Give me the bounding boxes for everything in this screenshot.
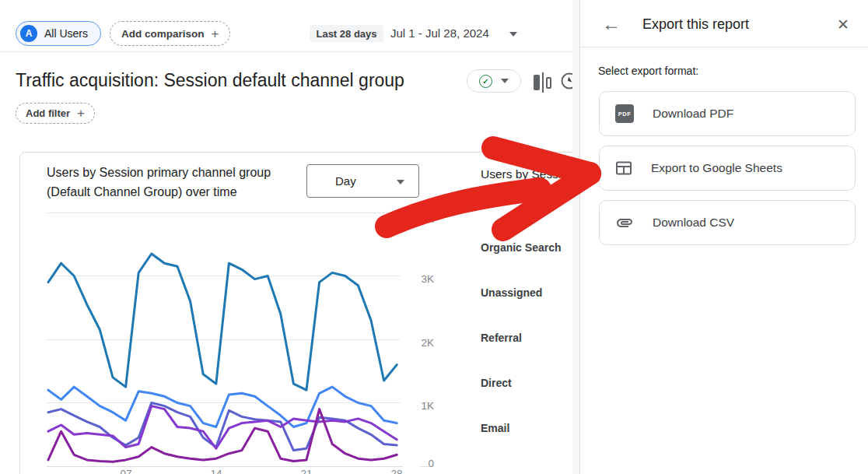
page-title: Traffic acquisition: Session default cha… — [16, 70, 404, 91]
status-caret-icon — [501, 79, 509, 83]
granularity-select[interactable]: Day — [306, 164, 419, 198]
add-comparison-label: Add comparison — [121, 28, 205, 40]
export-format-subtitle: Select export format: — [598, 65, 698, 77]
add-comparison-button[interactable]: Add comparison + — [110, 21, 230, 46]
panel-divider — [580, 47, 868, 47]
analytics-report-page: A All Users Add comparison + Last 28 day… — [0, 0, 868, 474]
download-pdf-button[interactable]: PDF Download PDF — [599, 91, 856, 136]
plus-icon: + — [77, 107, 85, 120]
export-drawer: ← Export this report ✕ Select export for… — [579, 0, 868, 474]
bar-chart-title: Users by Session primary channel group (… — [481, 164, 573, 206]
edit-comparisons-icon[interactable] — [534, 72, 551, 93]
attachment-icon — [615, 213, 634, 232]
add-filter-button[interactable]: Add filter + — [16, 103, 95, 124]
traffic-line-chart — [31, 207, 436, 474]
close-icon[interactable]: ✕ — [837, 16, 849, 33]
line-chart-title: Users by Session primary channel group (… — [47, 163, 311, 202]
page-scrollbar[interactable] — [572, 0, 579, 474]
date-range-caret-icon[interactable] — [509, 32, 517, 37]
line-series-organic-search — [48, 254, 397, 390]
granularity-caret-icon — [397, 180, 404, 184]
add-filter-label: Add filter — [26, 107, 70, 119]
back-icon[interactable]: ← — [602, 13, 621, 35]
category-label-unassigned: Unassigned — [481, 286, 573, 299]
category-label-direct: Direct — [481, 377, 573, 389]
all-users-segment-chip[interactable]: A All Users — [16, 21, 101, 46]
pdf-icon: PDF — [615, 104, 634, 123]
export-google-sheets-button[interactable]: Export to Google Sheets — [599, 146, 856, 191]
segment-avatar: A — [20, 25, 37, 42]
category-label-email: Email — [481, 422, 573, 434]
download-csv-button[interactable]: Download CSV — [599, 200, 856, 245]
table-icon — [615, 160, 632, 177]
header-divider — [0, 51, 573, 52]
category-label-referral: Referral — [481, 332, 573, 344]
granularity-value: Day — [335, 174, 356, 188]
category-label-organic-search: Organic Search — [481, 241, 573, 254]
date-range-badge: Last 28 days — [310, 25, 383, 42]
report-status-pill[interactable]: ✓ — [467, 69, 521, 93]
plus-icon: + — [212, 27, 219, 40]
date-range-value[interactable]: Jul 1 - Jul 28, 2024 — [390, 26, 489, 40]
export-panel-title: Export this report — [642, 16, 749, 33]
all-users-label: All Users — [44, 27, 88, 40]
check-circle-icon: ✓ — [479, 75, 492, 88]
